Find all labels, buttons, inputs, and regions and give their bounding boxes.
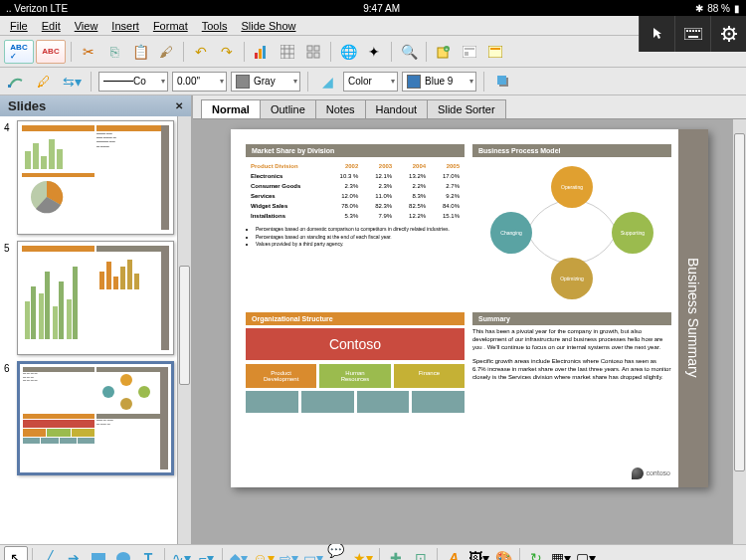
menu-insert[interactable]: Insert [105,18,145,34]
line-color-combo[interactable]: Gray [231,72,300,92]
hyperlink-button[interactable]: 🌐 [336,40,360,64]
rotate-tool[interactable]: ↻ [524,546,548,561]
line-tool[interactable]: ╱ [37,546,61,561]
slide-content[interactable]: Business Summary Market Share by Divisio… [231,129,708,487]
svg-rect-40 [39,293,44,339]
fill-color-combo[interactable]: Blue 9 [402,72,476,92]
block-arrows-tool[interactable]: ⇨▾ [277,546,300,561]
spellcheck-auto-button[interactable]: ABC✓ [4,40,34,64]
svg-rect-28 [490,48,500,50]
slide-design-button[interactable] [483,40,507,64]
ellipse-tool[interactable] [111,546,135,561]
zoom-button[interactable]: 🔍 [397,40,421,64]
slide-new-button[interactable]: + [432,40,456,64]
main-area: Slides ✕ 4 ▬▬▬ ▬▬▬▬ ▬▬▬ ▬▬▬▬▬ ▬▬▬ ▬▬▬ 5 … [0,95,746,544]
grid-button[interactable] [301,40,325,64]
slides-scrollbar[interactable] [177,116,191,544]
canvas-scrollbar[interactable] [732,119,746,544]
shadow-button[interactable] [491,70,515,93]
redo-button[interactable]: ↷ [215,40,239,64]
slide-thumb-4[interactable]: 4 ▬▬▬ ▬▬▬▬ ▬▬▬ ▬▬▬▬▬ ▬▬▬ ▬▬▬ [4,120,187,235]
table-button[interactable] [276,40,299,64]
slides-panel-title: Slides [8,98,46,113]
svg-rect-4 [695,30,697,32]
slide-layout-button[interactable] [458,40,481,64]
navigator-button[interactable]: ✦ [362,40,386,64]
slide-thumb-5[interactable]: 5 [4,241,187,355]
svg-rect-45 [73,267,78,339]
keyboard-button[interactable] [674,16,710,52]
spellcheck-button[interactable]: ABC [36,40,66,64]
area-fill-button[interactable]: ◢ [315,70,339,93]
menu-file[interactable]: File [4,18,34,34]
svg-rect-9 [255,53,258,59]
select-tool[interactable]: ↖ [4,546,28,561]
svg-rect-46 [99,272,104,289]
from-file-tool[interactable]: 🖼▾ [466,546,490,561]
flowchart-tool[interactable]: ▭▾ [301,546,325,561]
slides-panel-close[interactable]: ✕ [175,100,183,111]
svg-rect-18 [314,46,319,51]
summary-p2: Specific growth areas include Electronic… [472,358,671,381]
svg-rect-35 [49,139,55,169]
tab-notes[interactable]: Notes [315,99,366,118]
slides-panel: Slides ✕ 4 ▬▬▬ ▬▬▬▬ ▬▬▬ ▬▬▬▬▬ ▬▬▬ ▬▬▬ 5 … [0,95,193,544]
table-row: Services12.0%11.0%8.3%9.2% [248,192,463,200]
svg-point-8 [727,33,730,36]
points-tool[interactable]: ✚ [384,546,408,561]
glue-points-button[interactable]: 🖊 [32,70,56,93]
symbol-shapes-tool[interactable]: ☺▾ [252,546,276,561]
arrange-button[interactable]: ⇆▾ [60,70,84,93]
edit-points-button[interactable] [4,70,28,93]
paste-button[interactable]: 📋 [128,40,152,64]
arrow-tool[interactable]: ➔ [62,546,86,561]
market-share-section: Market Share by Division Product Divisio… [246,144,465,304]
settings-button[interactable] [710,16,746,52]
glue-tool[interactable]: ⊡ [409,546,433,561]
align-tool[interactable]: ▦▾ [549,546,573,561]
arrange-tool[interactable]: ▢▾ [574,546,598,561]
tab-slidesorter[interactable]: Slide Sorter [427,99,505,118]
svg-point-55 [120,398,132,410]
pointer-button[interactable] [639,16,674,52]
svg-rect-42 [53,306,58,339]
process-section: Business Process Model Operating Changin… [472,144,671,304]
fill-type-combo[interactable]: Color [343,72,398,92]
slide-canvas[interactable]: Business Summary Market Share by Divisio… [193,119,746,544]
rectangle-tool[interactable] [87,546,110,561]
chart-button[interactable] [250,40,274,64]
system-buttons [639,16,746,52]
table-row: Consumer Goods2.3%2.3%2.2%2.7% [248,182,463,190]
line-style-combo[interactable]: Co [98,72,168,92]
fontwork-tool[interactable]: A [442,546,466,561]
gallery-tool[interactable]: 🎨 [491,546,515,561]
circle-changing: Changing [490,212,532,254]
menu-format[interactable]: Format [147,18,194,34]
tab-handout[interactable]: Handout [365,99,429,118]
tab-outline[interactable]: Outline [260,99,316,118]
undo-button[interactable]: ↶ [189,40,213,64]
cut-button[interactable]: ✂ [77,40,100,64]
menu-slideshow[interactable]: Slide Show [235,18,301,34]
svg-rect-49 [120,267,125,289]
basic-shapes-tool[interactable]: ◆▾ [227,546,251,561]
menu-view[interactable]: View [69,18,104,34]
text-tool[interactable]: T [136,546,160,561]
callouts-tool[interactable]: 💬▾ [326,546,350,561]
slide-thumb-6[interactable]: 6 ▬ ▬ ▬ ▬▬ ▬ ▬▬ ▬ ▬ ▬▬▬ ▬ ▬▬▬ ▬▬ ▬ [4,361,187,475]
org-box [301,391,354,413]
curve-tool[interactable]: ∿▾ [169,546,193,561]
connector-tool[interactable]: ⌐▾ [194,546,218,561]
main-toolbar: ABC✓ ABC ✂ ⎘ 📋 🖌 ↶ ↷ 🌐 ✦ 🔍 + [0,36,746,68]
svg-point-52 [120,374,132,386]
format-paintbrush-button[interactable]: 🖌 [154,40,178,64]
summary-header: Summary [472,312,671,325]
tab-normal[interactable]: Normal [201,99,261,118]
slides-list[interactable]: 4 ▬▬▬ ▬▬▬▬ ▬▬▬ ▬▬▬▬▬ ▬▬▬ ▬▬▬ 5 6 ▬ ▬ ▬ ▬… [0,116,191,544]
stars-tool[interactable]: ★▾ [351,546,375,561]
process-diagram: Operating Changing Supporting Optimizing [472,160,671,304]
menu-tools[interactable]: Tools [196,18,234,34]
line-width-combo[interactable]: 0.00" [172,72,227,92]
copy-button[interactable]: ⎘ [102,40,126,64]
menu-edit[interactable]: Edit [36,18,67,34]
